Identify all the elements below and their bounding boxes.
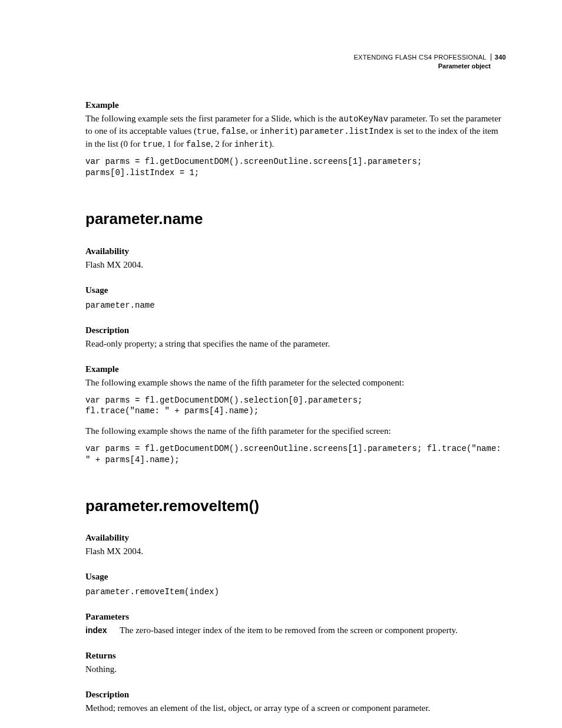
section-title-parameter-name: parameter.name — [85, 208, 506, 229]
parameter-description: The zero-based integer index of the item… — [120, 625, 458, 635]
parameter-name: index — [85, 625, 107, 635]
description-text: Method; removes an element of the list, … — [85, 702, 506, 714]
heading-description: Description — [85, 324, 506, 337]
heading-usage: Usage — [85, 571, 506, 583]
section-title-parameter-removeitem: parameter.removeItem() — [85, 495, 506, 516]
availability-text: Flash MX 2004. — [85, 545, 506, 558]
example-intro-paragraph: The following example sets the first par… — [85, 113, 506, 151]
usage-code: parameter.name — [85, 300, 506, 311]
heading-usage: Usage — [85, 284, 506, 297]
heading-example: Example — [85, 363, 506, 375]
returns-text: Nothing. — [85, 663, 506, 676]
availability-text: Flash MX 2004. — [85, 259, 506, 271]
description-text: Read-only property; a string that specif… — [85, 338, 506, 350]
book-title: EXTENDING FLASH CS4 PROFESSIONAL — [353, 54, 486, 61]
heading-parameters: Parameters — [85, 611, 506, 623]
parameter-row: index The zero-based integer index of th… — [85, 624, 506, 637]
example-text-1: The following example shows the name of … — [85, 377, 506, 389]
heading-description: Description — [85, 689, 506, 701]
chapter-name: Parameter object — [85, 62, 506, 71]
heading-returns: Returns — [85, 650, 506, 662]
code-block: var parms = fl.getDocumentDOM().selectio… — [85, 395, 506, 417]
heading-availability: Availability — [85, 532, 506, 544]
code-block: var parms = fl.getDocumentDOM().screenOu… — [85, 156, 506, 179]
code-block: var parms = fl.getDocumentDOM().screenOu… — [85, 443, 506, 466]
heading-availability: Availability — [85, 245, 506, 258]
heading-example: Example — [85, 99, 506, 111]
page-header: EXTENDING FLASH CS4 PROFESSIONAL 340 Par… — [85, 53, 506, 71]
example-text-2: The following example shows the name of … — [85, 425, 506, 437]
page-number: 340 — [491, 54, 506, 61]
usage-code: parameter.removeItem(index) — [85, 587, 506, 598]
